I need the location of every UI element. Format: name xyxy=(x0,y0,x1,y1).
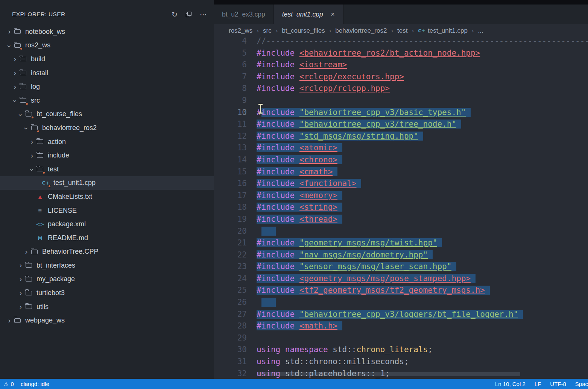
code-line[interactable]: 28#include <math.h> xyxy=(214,320,588,332)
tree-item-bt_interfaces[interactable]: ›bt_interfaces xyxy=(0,259,214,272)
line-number[interactable]: 30 xyxy=(214,344,247,356)
line-number[interactable]: 16 xyxy=(214,178,247,190)
code-line[interactable]: 24#include <geometry_msgs/msg/pose_stamp… xyxy=(214,273,588,285)
line-number[interactable]: 13 xyxy=(214,142,247,154)
line-number[interactable]: 28 xyxy=(214,320,247,332)
code-line[interactable]: 20 xyxy=(214,226,588,238)
tree-item-turtlebot3[interactable]: ›turtlebot3 xyxy=(0,286,214,300)
line-number[interactable]: 9 xyxy=(214,95,247,107)
line-number[interactable]: 25 xyxy=(214,285,247,297)
code-line[interactable]: 23#include "sensor_msgs/msg/laser_scan.h… xyxy=(214,261,588,273)
eol-indicator[interactable]: LF xyxy=(535,381,541,387)
tree-item-test_unit1.cpp[interactable]: C+test_unit1.cpp xyxy=(0,176,214,190)
code-line[interactable]: 19#include <thread> xyxy=(214,213,588,226)
indentation-indicator[interactable]: Spac xyxy=(575,381,588,387)
line-number[interactable]: 17 xyxy=(214,190,247,202)
line-number[interactable]: 5 xyxy=(214,47,247,59)
tree-item-install[interactable]: ›install xyxy=(0,66,214,80)
tree-item-build[interactable]: ›build xyxy=(0,52,214,66)
problems-indicator[interactable]: ⚠ 0 xyxy=(4,381,14,387)
line-number[interactable]: 18 xyxy=(214,201,247,213)
line-number[interactable]: 31 xyxy=(214,356,247,368)
tree-item-README.md[interactable]: MREADME.md xyxy=(0,231,214,245)
code-line[interactable]: 21#include "geometry_msgs/msg/twist.hpp" xyxy=(214,237,588,249)
code-line[interactable]: 8#include <rclcpp/rclcpp.hpp> xyxy=(214,83,588,95)
code-editor[interactable]: 4//-------------------------------------… xyxy=(214,38,588,379)
line-number[interactable]: 6 xyxy=(214,59,247,71)
line-number[interactable]: 32 xyxy=(214,368,247,379)
line-number[interactable]: 24 xyxy=(214,273,247,285)
tree-item-log[interactable]: ›log xyxy=(0,80,214,94)
code-line[interactable]: 12#include "std_msgs/msg/string.hpp" xyxy=(214,130,588,142)
encoding-indicator[interactable]: UTF-8 xyxy=(550,381,566,387)
line-number[interactable]: 14 xyxy=(214,154,247,166)
breadcrumb-item-behaviortree_ros2[interactable]: behaviortree_ros2 xyxy=(335,27,387,35)
tree-item-include[interactable]: ›include xyxy=(0,148,214,162)
code-line[interactable]: 11#include "behaviortree_cpp_v3/tree_nod… xyxy=(214,118,588,130)
line-number[interactable]: 20 xyxy=(214,226,247,238)
tab-test_unit1.cpp[interactable]: test_unit1.cpp × xyxy=(274,5,343,24)
line-number[interactable]: 19 xyxy=(214,213,247,226)
cursor-position[interactable]: Ln 10, Col 2 xyxy=(495,381,526,387)
code-line[interactable]: 30using namespace std::chrono_literals; xyxy=(214,344,588,356)
breadcrumb-item-more[interactable]: ... xyxy=(478,27,483,35)
code-line[interactable]: 13#include <atomic> xyxy=(214,142,588,154)
clangd-status[interactable]: clangd: idle xyxy=(21,381,49,387)
tree-item-notebook_ws[interactable]: ›notebook_ws xyxy=(0,25,214,39)
code-line[interactable]: 7#include <rclcpp/executors.hpp> xyxy=(214,71,588,83)
line-number[interactable]: 22 xyxy=(214,249,247,261)
tree-item-src[interactable]: ›src xyxy=(0,94,214,107)
breadcrumb-item-src[interactable]: src xyxy=(263,27,272,35)
line-number[interactable]: 15 xyxy=(214,166,247,178)
horizontal-scrollbar[interactable] xyxy=(257,372,520,376)
code-line[interactable]: 26 xyxy=(214,297,588,309)
line-number[interactable]: 29 xyxy=(214,332,247,344)
line-number[interactable]: 7 xyxy=(214,71,247,83)
code-line[interactable]: 22#include "nav_msgs/msg/odometry.hpp" xyxy=(214,249,588,261)
more-actions-icon[interactable]: ⋯ xyxy=(200,11,207,18)
tree-item-my_package[interactable]: ›my_package xyxy=(0,272,214,286)
tree-item-action[interactable]: ›action xyxy=(0,135,214,149)
line-number[interactable]: 8 xyxy=(214,83,247,95)
line-number[interactable]: 27 xyxy=(214,309,247,321)
tree-item-package.xml[interactable]: <>package.xml xyxy=(0,217,214,231)
tree-item-behaviortree_ros2[interactable]: ›behaviortree_ros2 xyxy=(0,121,214,135)
line-number[interactable]: 10 xyxy=(214,107,247,119)
code-line[interactable]: 17#include <memory> xyxy=(214,190,588,202)
line-number[interactable]: 26 xyxy=(214,297,247,309)
code-line[interactable]: 14#include <chrono> xyxy=(214,154,588,166)
breadcrumb-item-ros2_ws[interactable]: ros2_ws xyxy=(229,27,252,35)
code-line[interactable]: 9 xyxy=(214,95,588,107)
code-line[interactable]: 27#include "behaviortree_cpp_v3/loggers/… xyxy=(214,309,588,321)
code-line[interactable]: 18#include <string> xyxy=(214,201,588,213)
tab-bt_u2_ex3.cpp[interactable]: bt_u2_ex3.cpp xyxy=(214,5,274,24)
line-number[interactable]: 4 xyxy=(214,38,247,47)
tree-item-CMakeLists.txt[interactable]: ▲CMakeLists.txt xyxy=(0,190,214,204)
tree-item-utils[interactable]: ›utils xyxy=(0,300,214,314)
code-line[interactable]: 25#include <tf2_geometry_msgs/tf2_geomet… xyxy=(214,285,588,297)
refresh-icon[interactable]: ↻ xyxy=(172,11,178,18)
collapse-folders-icon[interactable] xyxy=(186,12,191,17)
breadcrumb-item-bt_course_files[interactable]: bt_course_files xyxy=(282,27,325,35)
line-number[interactable]: 21 xyxy=(214,237,247,249)
tree-item-ros2_ws[interactable]: ›ros2_ws xyxy=(0,39,214,53)
close-icon[interactable]: × xyxy=(331,10,335,18)
tree-item-test[interactable]: ›test xyxy=(0,162,214,176)
tree-item-BehaviorTree.CPP[interactable]: ›BehaviorTree.CPP xyxy=(0,245,214,259)
code-line[interactable]: 16#include <functional> xyxy=(214,178,588,190)
breadcrumb-item-test_unit1.cpp[interactable]: C+test_unit1.cpp xyxy=(418,27,468,35)
code-line[interactable]: 31using std::chrono::milliseconds; xyxy=(214,356,588,368)
line-number[interactable]: 12 xyxy=(214,130,247,142)
code-line[interactable]: 29 xyxy=(214,332,588,344)
tree-item-bt_course_files[interactable]: ›bt_course_files xyxy=(0,107,214,121)
code-line[interactable]: 5#include <behaviortree_ros2/bt_action_n… xyxy=(214,47,588,59)
line-number[interactable]: 11 xyxy=(214,118,247,130)
code-line[interactable]: 10#include "behaviortree_cpp_v3/basic_ty… xyxy=(214,107,588,119)
line-number[interactable]: 23 xyxy=(214,261,247,273)
tree-item-LICENSE[interactable]: ≡LICENSE xyxy=(0,204,214,218)
breadcrumb-item-test[interactable]: test xyxy=(397,27,407,35)
code-line[interactable]: 6#include <iostream> xyxy=(214,59,588,71)
code-line[interactable]: 4//-------------------------------------… xyxy=(214,38,588,47)
code-line[interactable]: 15#include <cmath> xyxy=(214,166,588,178)
tree-item-webpage_ws[interactable]: ›webpage_ws xyxy=(0,313,214,327)
